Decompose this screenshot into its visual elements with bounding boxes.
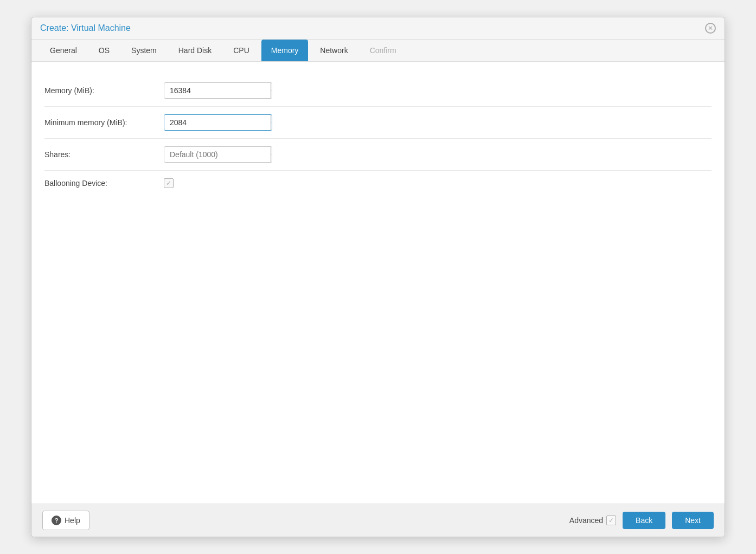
memory-label: Memory (MiB): — [44, 86, 164, 95]
shares-arrows: ▲ ▼ — [270, 147, 272, 162]
memory-down-arrow[interactable]: ▼ — [271, 91, 272, 98]
close-button[interactable]: ✕ — [705, 23, 716, 34]
ballooning-checkbox[interactable]: ✓ — [164, 178, 174, 188]
advanced-container: Advanced ✓ — [569, 516, 616, 525]
min-memory-control: ▲ ▼ — [164, 114, 272, 131]
memory-spinner: ▲ ▼ — [164, 82, 272, 99]
min-memory-label: Minimum memory (MiB): — [44, 118, 164, 127]
min-memory-up-arrow[interactable]: ▲ — [271, 115, 272, 123]
advanced-label: Advanced — [569, 516, 603, 525]
tab-os[interactable]: OS — [89, 40, 119, 61]
tab-hard-disk[interactable]: Hard Disk — [169, 40, 221, 61]
shares-spinner: ▲ ▼ — [164, 146, 272, 163]
tab-cpu[interactable]: CPU — [223, 40, 259, 61]
window-title: Create: Virtual Machine — [40, 23, 131, 33]
ballooning-label: Ballooning Device: — [44, 179, 164, 188]
next-button[interactable]: Next — [672, 512, 714, 529]
memory-row: Memory (MiB): ▲ ▼ — [44, 75, 712, 107]
ballooning-row: Ballooning Device: ✓ — [44, 171, 712, 196]
ballooning-control: ✓ — [164, 178, 174, 188]
help-label: Help — [65, 516, 80, 525]
memory-arrows: ▲ ▼ — [270, 83, 272, 98]
min-memory-row: Minimum memory (MiB): ▲ ▼ — [44, 107, 712, 139]
tab-confirm: Confirm — [360, 40, 406, 61]
shares-row: Shares: ▲ ▼ — [44, 139, 712, 171]
advanced-checkbox[interactable]: ✓ — [606, 516, 616, 525]
help-button[interactable]: ? Help — [42, 511, 89, 530]
memory-up-arrow[interactable]: ▲ — [271, 83, 272, 91]
title-bar: Create: Virtual Machine ✕ — [31, 17, 725, 40]
tab-bar: General OS System Hard Disk CPU Memory N… — [31, 40, 725, 62]
memory-input[interactable] — [164, 83, 270, 98]
content-area: Memory (MiB): ▲ ▼ Minimum memory (MiB): — [31, 62, 725, 504]
footer: ? Help Advanced ✓ Back Next — [31, 504, 725, 537]
window: Create: Virtual Machine ✕ General OS Sys… — [31, 17, 725, 537]
tab-network[interactable]: Network — [310, 40, 357, 61]
shares-label: Shares: — [44, 150, 164, 159]
shares-down-arrow[interactable]: ▼ — [271, 154, 272, 162]
min-memory-down-arrow[interactable]: ▼ — [271, 123, 272, 130]
tab-memory[interactable]: Memory — [261, 40, 309, 61]
shares-input[interactable] — [164, 147, 270, 162]
shares-control: ▲ ▼ — [164, 146, 272, 163]
tab-system[interactable]: System — [121, 40, 166, 61]
footer-right: Advanced ✓ Back Next — [569, 512, 714, 529]
min-memory-arrows: ▲ ▼ — [270, 115, 272, 130]
min-memory-input[interactable] — [164, 115, 270, 130]
memory-control: ▲ ▼ — [164, 82, 272, 99]
shares-up-arrow[interactable]: ▲ — [271, 147, 272, 154]
back-button[interactable]: Back — [623, 512, 665, 529]
help-icon: ? — [52, 516, 61, 525]
tab-general[interactable]: General — [40, 40, 87, 61]
min-memory-spinner: ▲ ▼ — [164, 114, 272, 131]
